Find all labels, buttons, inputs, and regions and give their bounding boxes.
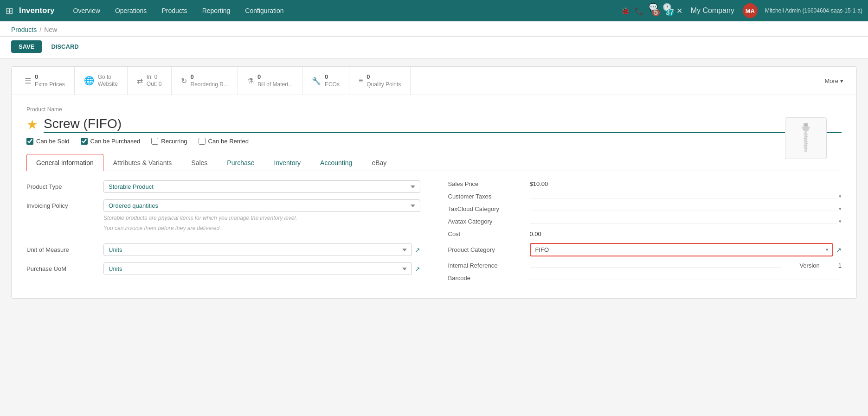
nav-overview[interactable]: Overview (68, 4, 106, 17)
product-name-input[interactable] (44, 115, 842, 133)
taxcloud-category-row: TaxCloud Category ▾ (448, 205, 842, 212)
breadcrumb-current: New (44, 26, 57, 33)
version-value: 1 (838, 262, 842, 269)
nav-operations[interactable]: Operations (109, 4, 152, 17)
barcode-input[interactable] (530, 276, 842, 280)
tab-sales[interactable]: Sales (181, 154, 217, 171)
product-tabs: General Information Attributes & Variant… (26, 154, 842, 171)
product-form: Product Name ★ Can be Sold Can be Purcha… (12, 95, 856, 298)
chevron-down-icon: ▾ (840, 77, 843, 84)
stat-go-to-website[interactable]: 🌐 Go to Website (75, 67, 128, 95)
main-content: ☰ 0 Extra Prices 🌐 Go to Website ⇄ In: 0… (0, 59, 868, 416)
invoicing-policy-row: Invoicing Policy Ordered quantities Deli… (26, 199, 420, 232)
sales-price-value[interactable]: $10.00 (530, 180, 842, 187)
taxcloud-category-value: ▾ (530, 206, 842, 212)
chat-icon-wrapper[interactable]: 💬 5 (649, 3, 658, 19)
recurring-checkbox[interactable]: Recurring (151, 138, 187, 145)
purchase-uom-value: Units kg lbs ↗ (103, 262, 420, 275)
form-right: Sales Price $10.00 Customer Taxes ▾ TaxC… (448, 180, 842, 287)
tab-accounting[interactable]: Accounting (310, 154, 362, 171)
uom-external-link-icon[interactable]: ↗ (415, 246, 420, 254)
purchase-uom-select[interactable]: Units kg lbs (103, 262, 412, 275)
avatax-dropdown-icon[interactable]: ▾ (839, 218, 842, 224)
avatax-category-label: Avatax Category (448, 218, 522, 225)
product-name-label: Product Name (26, 106, 842, 113)
taxcloud-category-input[interactable] (530, 207, 837, 211)
discard-button[interactable]: DISCARD (45, 40, 84, 53)
product-form-top: Product Name ★ Can be Sold Can be Purcha… (26, 106, 842, 145)
taxcloud-dropdown-icon[interactable]: ▾ (839, 206, 842, 212)
clock-icon-wrapper[interactable]: 🕐 37 (662, 3, 672, 19)
action-bar: SAVE DISCARD (0, 37, 868, 59)
stat-ecos[interactable]: 🔧 0 ECOs (302, 67, 349, 95)
company-name: My Company (691, 6, 734, 15)
breadcrumb-parent[interactable]: Products (11, 26, 37, 33)
internal-ref-value: Version 1 (530, 262, 842, 269)
product-category-container: FIFO All Expenses Saleable ▾ ↗ (530, 243, 842, 256)
tab-general-information[interactable]: General Information (26, 154, 103, 171)
nav-products[interactable]: Products (156, 4, 193, 17)
stat-go-to-website-text: Go to Website (98, 74, 118, 88)
grid-icon[interactable]: ⊞ (6, 5, 13, 16)
uom-value: Units kg lbs ↗ (103, 243, 420, 256)
stat-quality-points-text: 0 Quality Points (366, 73, 401, 88)
cost-value[interactable]: 0.00 (530, 230, 842, 237)
bug-icon[interactable]: 🐞 (621, 6, 630, 15)
product-category-select-wrapper: FIFO All Expenses Saleable ▾ (530, 243, 834, 256)
favorite-star[interactable]: ★ (26, 117, 38, 132)
breadcrumb-sep: / (39, 26, 41, 33)
product-category-row: Product Category FIFO All Expenses Salea… (448, 243, 842, 256)
refresh-icon: ↻ (181, 77, 187, 85)
stat-extra-prices[interactable]: ☰ 0 Extra Prices (15, 67, 75, 95)
stat-reordering[interactable]: ↻ 0 Reordering R... (172, 67, 238, 95)
phone-icon[interactable]: 📞 (635, 6, 644, 15)
stat-ecos-text: 0 ECOs (325, 73, 340, 88)
purchase-uom-label: Purchase UoM (26, 262, 96, 272)
product-category-external-link-icon[interactable]: ↗ (836, 246, 842, 254)
avatar[interactable]: MA (743, 3, 758, 18)
stat-bar: ☰ 0 Extra Prices 🌐 Go to Website ⇄ In: 0… (12, 67, 856, 95)
purchase-uom-external-link-icon[interactable]: ↗ (415, 265, 420, 273)
customer-taxes-dropdown-icon[interactable]: ▾ (839, 193, 842, 199)
tab-inventory[interactable]: Inventory (264, 154, 311, 171)
customer-taxes-value: ▾ (530, 193, 842, 199)
flask-icon: ⚗ (247, 77, 254, 85)
stat-quality-points[interactable]: ≡ 0 Quality Points (349, 67, 411, 95)
taxcloud-category-label: TaxCloud Category (448, 205, 522, 212)
internal-ref-input[interactable] (530, 263, 781, 268)
customer-taxes-input[interactable] (530, 194, 837, 198)
arrows-icon: ⇄ (137, 77, 143, 85)
product-image[interactable] (785, 117, 827, 159)
invoicing-policy-select[interactable]: Ordered quantities Delivered quantities (103, 199, 420, 212)
stat-extra-prices-text: 0 Extra Prices (35, 73, 65, 88)
cost-label: Cost (448, 230, 522, 237)
tab-attributes-variants[interactable]: Attributes & Variants (103, 154, 182, 171)
avatax-category-input[interactable] (530, 219, 837, 224)
invoicing-policy-label: Invoicing Policy (26, 199, 96, 209)
close-icon[interactable]: ✕ (676, 6, 682, 15)
chat-badge: 5 (652, 9, 660, 16)
can-be-rented-checkbox[interactable]: Can be Rented (199, 138, 249, 145)
invoicing-policy-value: Ordered quantities Delivered quantities … (103, 199, 420, 232)
stat-in-out[interactable]: ⇄ In: 0 Out: 0 (128, 67, 172, 95)
save-button[interactable]: SAVE (11, 40, 42, 53)
can-be-purchased-checkbox[interactable]: Can be Purchased (81, 138, 141, 145)
product-type-value: Storable Product Consumable Service (103, 180, 420, 193)
more-button[interactable]: More ▾ (815, 71, 853, 91)
uom-select[interactable]: Units kg lbs (103, 243, 412, 256)
product-type-row: Product Type Storable Product Consumable… (26, 180, 420, 193)
list-icon: ☰ (25, 77, 31, 85)
more-label: More (824, 77, 838, 84)
stat-bom[interactable]: ⚗ 0 Bill of Materi... (238, 67, 302, 95)
product-category-dropdown-icon: ▾ (826, 247, 832, 253)
can-be-sold-checkbox[interactable]: Can be Sold (26, 138, 70, 145)
product-type-select[interactable]: Storable Product Consumable Service (103, 180, 420, 193)
user-name: Mitchell Admin (16604604-saas-15-1-a) (765, 7, 862, 14)
product-card: ☰ 0 Extra Prices 🌐 Go to Website ⇄ In: 0… (11, 66, 857, 299)
tab-ebay[interactable]: eBay (362, 154, 396, 171)
product-checkboxes: Can be Sold Can be Purchased Recurring C… (26, 138, 842, 145)
tab-purchase[interactable]: Purchase (217, 154, 264, 171)
product-category-select[interactable]: FIFO All Expenses Saleable (531, 244, 826, 256)
nav-configuration[interactable]: Configuration (239, 4, 289, 17)
nav-reporting[interactable]: Reporting (197, 4, 236, 17)
